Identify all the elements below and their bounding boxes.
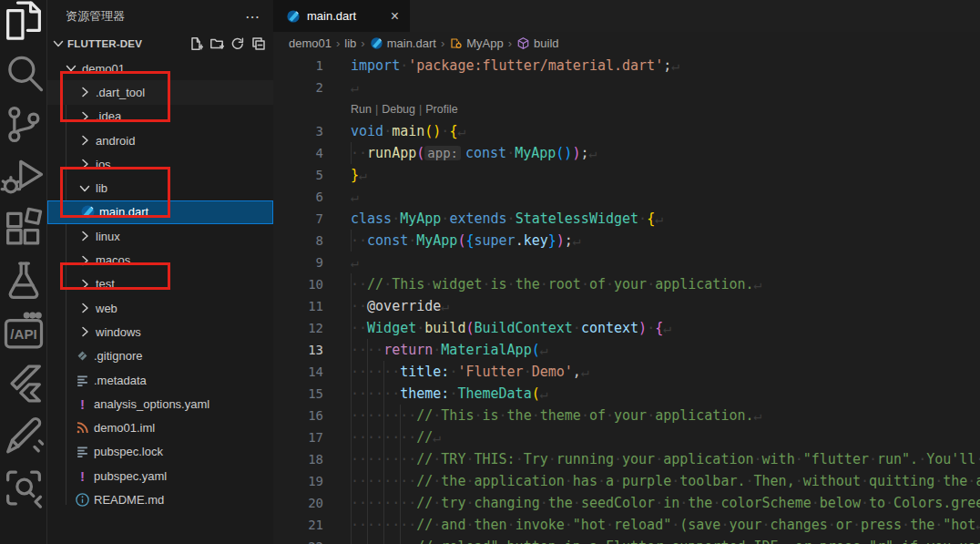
tree-item-windows[interactable]: windows xyxy=(47,320,273,344)
tree-item-label: pubspec.yaml xyxy=(94,469,167,483)
breadcrumb-item-demo01[interactable]: demo01 xyxy=(289,36,332,50)
tree-item-README.md[interactable]: README.md xyxy=(47,488,273,511)
tree-item-label: android xyxy=(96,134,135,148)
tree-item-label: windows xyxy=(96,325,141,339)
tree-item-analysis_options.yaml[interactable]: !analysis_options.yaml xyxy=(47,392,273,416)
tree-item-web[interactable]: web xyxy=(47,296,273,320)
eol-mark: ↵ xyxy=(663,320,671,336)
dart-icon xyxy=(370,36,383,50)
search-icon[interactable] xyxy=(0,46,47,98)
line-number: 4 xyxy=(273,142,323,164)
tree-item-demo01[interactable]: demo01 xyxy=(47,56,273,80)
more-actions-icon[interactable]: ⋯ xyxy=(245,8,260,26)
code-line-15: 15······theme:·ThemeData(↵ xyxy=(273,383,980,405)
explorer-icon[interactable] xyxy=(0,0,47,46)
chevron-right-icon xyxy=(77,157,92,171)
codelens-profile-link[interactable]: Profile xyxy=(425,103,457,116)
codelens-run-link[interactable]: Run xyxy=(351,103,372,116)
eol-mark: ↵ xyxy=(581,364,589,380)
tab-main-dart[interactable]: main.dart × xyxy=(273,0,410,32)
search-editor-icon[interactable] xyxy=(0,462,47,514)
code-line-11: 11··@override↵ xyxy=(273,295,980,317)
breadcrumb-separator: › xyxy=(336,36,340,50)
tree-item-label: demo01 xyxy=(82,62,125,76)
tree-item-.idea[interactable]: .idea xyxy=(47,105,273,128)
tree-item-demo01.iml[interactable]: demo01.iml xyxy=(47,416,273,439)
code-line-22: 22········//·reload"·button·in·a·Flutter… xyxy=(273,536,980,544)
chevron-down-icon xyxy=(64,61,78,76)
line-number: 14 xyxy=(273,361,323,383)
code-line-7: 7class·MyApp·extends·StatelessWidget·{↵ xyxy=(273,208,980,230)
workspace-section-header[interactable]: FLUTTER-DEV xyxy=(47,33,273,55)
tree-item-macos[interactable]: macos xyxy=(47,248,273,272)
breadcrumb-item-main.dart[interactable]: main.dart xyxy=(370,36,436,50)
new-folder-icon[interactable] xyxy=(209,36,224,51)
line-number: 8 xyxy=(273,230,323,251)
tab-close-icon[interactable]: × xyxy=(389,8,401,25)
code-line-20: 20········//·try·changing·the·seedColor·… xyxy=(273,492,980,514)
code-line-10: 10··//·This·widget·is·the·root·of·your·a… xyxy=(273,273,980,295)
new-file-icon[interactable] xyxy=(189,36,203,51)
line-number: 9 xyxy=(273,251,323,273)
breadcrumb-separator: › xyxy=(361,36,364,50)
eol-mark: ↵ xyxy=(540,342,548,358)
sidebar-title: 资源管理器 xyxy=(66,8,245,25)
tree-item-label: lib xyxy=(96,181,107,195)
line-number: 21 xyxy=(273,514,323,536)
codelens-debug-link[interactable]: Debug xyxy=(382,103,415,116)
code-editor[interactable]: 1import·'package:flutter/material.dart';… xyxy=(273,55,980,544)
source-control-icon[interactable] xyxy=(0,98,47,150)
code-line-14: 14······title:·'Flutter·Demo',↵ xyxy=(273,361,980,383)
breadcrumb-item-lib[interactable]: lib xyxy=(344,36,356,50)
code-line-5: 5}↵ xyxy=(273,164,980,186)
flutter-icon[interactable] xyxy=(0,358,47,410)
eol-mark: ↵ xyxy=(457,123,465,139)
lines-file-icon xyxy=(75,373,90,388)
line-number: 7 xyxy=(273,208,323,230)
tree-item-main.dart[interactable]: main.dart xyxy=(47,200,273,224)
collapse-all-icon[interactable] xyxy=(251,36,266,51)
tree-item-android[interactable]: android xyxy=(47,128,273,152)
breadcrumb: demo01›lib›main.dart›MyApp›build xyxy=(273,32,980,55)
line-number: 2 xyxy=(273,77,323,98)
code-line-13: 13····return·MaterialApp(↵ xyxy=(273,339,980,361)
tree-item-.dart_tool[interactable]: .dart_tool xyxy=(47,80,273,104)
tree-item-label: README.md xyxy=(94,493,164,507)
tree-item-lib[interactable]: lib xyxy=(47,176,273,200)
tree-item-pubspec.yaml[interactable]: !pubspec.yaml xyxy=(47,464,273,488)
svg-text:/API: /API xyxy=(10,326,36,342)
tree-item-label: .dart_tool xyxy=(96,86,145,99)
chevron-right-icon xyxy=(77,109,92,124)
line-number: 6 xyxy=(273,186,323,208)
line-number: 5 xyxy=(273,164,323,186)
api-client-icon[interactable]: /API xyxy=(0,306,47,358)
activity-bar: /API xyxy=(0,0,47,544)
tree-item-label: macos xyxy=(96,253,130,267)
edit-pen-icon[interactable] xyxy=(0,410,47,462)
run-debug-icon[interactable] xyxy=(0,150,47,202)
tree-item-ios[interactable]: ios xyxy=(47,152,273,176)
chevron-right-icon xyxy=(77,229,92,243)
code-line-2: 2↵ xyxy=(273,77,980,98)
tab-label: main.dart xyxy=(307,9,389,23)
eol-mark: ↵ xyxy=(754,276,762,293)
line-number: 10 xyxy=(273,273,323,295)
test-beaker-icon[interactable] xyxy=(0,254,47,306)
tree-item-linux[interactable]: linux xyxy=(47,224,273,248)
tree-item-label: test xyxy=(96,277,115,291)
eol-mark: ↵ xyxy=(754,407,762,424)
sidebar-header: 资源管理器 ⋯ xyxy=(47,0,273,33)
breadcrumb-item-build[interactable]: build xyxy=(516,36,558,50)
tab-bar: main.dart × xyxy=(273,0,980,32)
code-line-1: 1import·'package:flutter/material.dart';… xyxy=(273,55,980,77)
inlay-hint: app: xyxy=(424,146,461,160)
line-number: 12 xyxy=(273,317,323,339)
tree-item-.metadata[interactable]: .metadata xyxy=(47,368,273,392)
extensions-icon[interactable] xyxy=(0,202,47,254)
tree-item-test[interactable]: test xyxy=(47,272,273,296)
tree-item-.gitignore[interactable]: .gitignore xyxy=(47,344,273,368)
refresh-icon[interactable] xyxy=(230,36,245,51)
breadcrumb-item-MyApp[interactable]: MyApp xyxy=(449,36,503,50)
code-line-19: 19········//·the·application·has·a·purpl… xyxy=(273,470,980,492)
tree-item-pubspec.lock[interactable]: pubspec.lock xyxy=(47,440,273,464)
